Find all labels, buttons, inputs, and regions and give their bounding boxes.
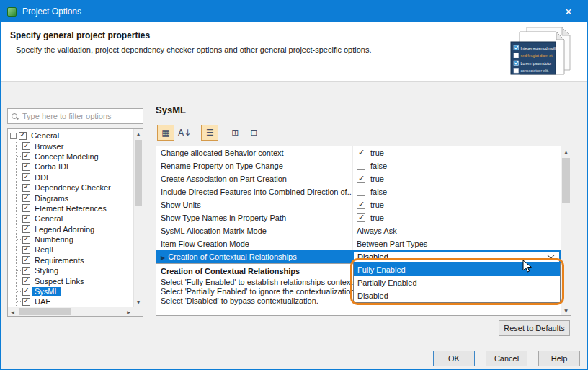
- dropdown-option-fully-enabled[interactable]: Fully Enabled: [354, 263, 560, 276]
- tree-item-label[interactable]: DDL: [32, 173, 53, 182]
- property-row-show-units[interactable]: Show Unitstrue: [156, 198, 561, 211]
- tree-checkbox-checked-icon[interactable]: [22, 173, 30, 181]
- property-value[interactable]: true: [353, 146, 561, 159]
- value-checkbox-checked-icon[interactable]: [357, 201, 365, 209]
- show-description-icon[interactable]: ☰: [201, 125, 218, 141]
- tree-item-label[interactable]: General: [29, 131, 61, 140]
- scroll-up-icon[interactable]: [134, 129, 143, 138]
- ok-button[interactable]: OK: [433, 351, 475, 366]
- property-row-rename-property-on-type-change[interactable]: Rename Property on Type Changefalse: [156, 159, 561, 172]
- tree-checkbox-checked-icon[interactable]: [19, 132, 27, 140]
- tree-item-suspect-links[interactable]: Suspect Links: [17, 276, 133, 286]
- tree-item-label[interactable]: Browser: [32, 142, 66, 151]
- scroll-up-icon[interactable]: [561, 146, 571, 157]
- tree-item-label[interactable]: UAF: [32, 297, 53, 306]
- tree-item-label[interactable]: Diagrams: [32, 194, 71, 203]
- scroll-left-icon[interactable]: [8, 307, 17, 316]
- tree-checkbox-checked-icon[interactable]: [22, 204, 30, 212]
- cancel-button[interactable]: Cancel: [486, 351, 527, 366]
- reset-to-defaults-button[interactable]: Reset to Defaults: [499, 320, 570, 336]
- property-row-change-allocated-behavior-context[interactable]: Change allocated Behavior contexttrue: [156, 146, 561, 159]
- tree-checkbox-checked-icon[interactable]: [22, 298, 30, 306]
- collapse-all-icon[interactable]: ⊟: [245, 125, 262, 141]
- tree-item-label[interactable]: Numbering: [32, 235, 76, 244]
- tree-item-label[interactable]: Requirements: [32, 256, 86, 265]
- tree-item-general[interactable]: General: [17, 213, 133, 224]
- chevron-down-icon[interactable]: [548, 252, 555, 259]
- scrollbar-thumb[interactable]: [135, 140, 142, 206]
- titlebar[interactable]: Project Options ✕: [1, 1, 587, 22]
- property-value[interactable]: true: [353, 172, 561, 185]
- property-row-create-association-on-part-creation[interactable]: Create Association on Part Creationtrue: [156, 172, 561, 185]
- scroll-down-icon[interactable]: [134, 297, 143, 307]
- dropdown-option-disabled[interactable]: Disabled: [354, 289, 560, 302]
- property-value[interactable]: Between Part Types: [353, 237, 561, 250]
- property-row-sysml-allocation-matrix-mode[interactable]: SysML Allocation Matrix ModeAlways Ask: [156, 224, 561, 237]
- scroll-down-icon[interactable]: [561, 305, 571, 315]
- property-value[interactable]: true: [353, 211, 561, 224]
- tree-item-general-root[interactable]: General: [10, 131, 133, 141]
- expand-all-icon[interactable]: ⊞: [226, 125, 244, 141]
- tree-checkbox-checked-icon[interactable]: [22, 184, 30, 192]
- tree-item-dependency-checker[interactable]: Dependency Checker: [17, 182, 133, 193]
- tree-item-label[interactable]: Element References: [32, 204, 109, 213]
- tree-item-legend-adorning[interactable]: Legend Adorning: [17, 224, 133, 234]
- tree-checkbox-checked-icon[interactable]: [22, 142, 30, 150]
- property-value[interactable]: Always Ask: [353, 224, 561, 237]
- categorized-view-icon[interactable]: ▦: [157, 125, 174, 141]
- tree-checkbox-checked-icon[interactable]: [22, 152, 30, 160]
- tree-checkbox-checked-icon[interactable]: [22, 246, 30, 254]
- value-checkbox-checked-icon[interactable]: [357, 175, 365, 183]
- value-checkbox-unchecked-icon[interactable]: [357, 188, 365, 196]
- property-value[interactable]: true: [353, 198, 561, 211]
- tree-checkbox-checked-icon[interactable]: [22, 236, 30, 244]
- tree-item-corba-idl[interactable]: Corba IDL: [17, 162, 133, 172]
- scroll-right-icon[interactable]: [124, 307, 133, 316]
- tree-item-browser[interactable]: Browser: [17, 141, 133, 151]
- dropdown-option-partially-enabled[interactable]: Partially Enabled: [354, 276, 560, 289]
- tree-item-styling[interactable]: Styling: [17, 265, 133, 276]
- property-value[interactable]: false: [353, 185, 561, 198]
- tree-item-label[interactable]: General: [32, 214, 65, 223]
- tree-item-diagrams[interactable]: Diagrams: [17, 193, 133, 203]
- alphabetical-sort-icon[interactable]: A↓: [176, 125, 193, 141]
- tree-checkbox-checked-icon[interactable]: [22, 267, 30, 275]
- tree-item-label[interactable]: SysML: [32, 287, 61, 296]
- property-row-item-flow-creation-mode[interactable]: Item Flow Creation ModeBetween Part Type…: [156, 237, 561, 250]
- tree-item-reqif[interactable]: ReqIF: [17, 245, 133, 255]
- tree-checkbox-checked-icon[interactable]: [22, 225, 30, 233]
- tree-checkbox-checked-icon[interactable]: [22, 194, 30, 202]
- property-row-creation-of-contextual-relationships[interactable]: Creation of Contextual RelationshipsDisa…: [156, 250, 561, 263]
- value-checkbox-unchecked-icon[interactable]: [357, 162, 365, 170]
- tree-checkbox-checked-icon[interactable]: [22, 215, 30, 223]
- filter-input[interactable]: [22, 112, 139, 120]
- tree-item-sysml[interactable]: SysML: [17, 286, 133, 296]
- tree-item-label[interactable]: Styling: [32, 266, 61, 275]
- tree-item-label[interactable]: Suspect Links: [32, 277, 86, 286]
- value-checkbox-checked-icon[interactable]: [357, 213, 365, 222]
- tree-item-label[interactable]: Corba IDL: [32, 162, 73, 171]
- tree-item-label[interactable]: Legend Adorning: [32, 225, 97, 234]
- tree-checkbox-checked-icon[interactable]: [22, 277, 30, 285]
- collapse-expander-icon[interactable]: [10, 133, 17, 139]
- scrollbar-thumb[interactable]: [562, 158, 570, 203]
- property-row-show-type-names-in-property-path[interactable]: Show Type Names in Property Pathtrue: [156, 211, 561, 224]
- tree-horizontal-scrollbar[interactable]: [8, 307, 133, 316]
- tree-checkbox-checked-icon[interactable]: [22, 163, 30, 171]
- tree-item-ddl[interactable]: DDL: [17, 172, 133, 182]
- tree-item-label[interactable]: Concept Modeling: [32, 152, 101, 161]
- tree-checkbox-checked-icon[interactable]: [22, 256, 30, 264]
- tree-vertical-scrollbar[interactable]: [133, 129, 143, 307]
- tree-item-concept-modeling[interactable]: Concept Modeling: [17, 151, 133, 162]
- property-value[interactable]: false: [353, 159, 561, 172]
- close-icon[interactable]: ✕: [556, 1, 581, 22]
- tree-item-requirements[interactable]: Requirements: [17, 255, 133, 265]
- help-button[interactable]: Help: [538, 351, 580, 366]
- properties-vertical-scrollbar[interactable]: [561, 146, 571, 315]
- tree-item-numbering[interactable]: Numbering: [17, 234, 133, 245]
- tree-item-label[interactable]: Dependency Checker: [32, 183, 113, 192]
- filter-box[interactable]: [7, 108, 143, 124]
- property-row-include-directed-features-into-combined-direction-of[interactable]: Include Directed Features into Combined …: [156, 185, 561, 198]
- tree-item-element-references[interactable]: Element References: [17, 203, 133, 213]
- tree-item-label[interactable]: ReqIF: [32, 245, 58, 254]
